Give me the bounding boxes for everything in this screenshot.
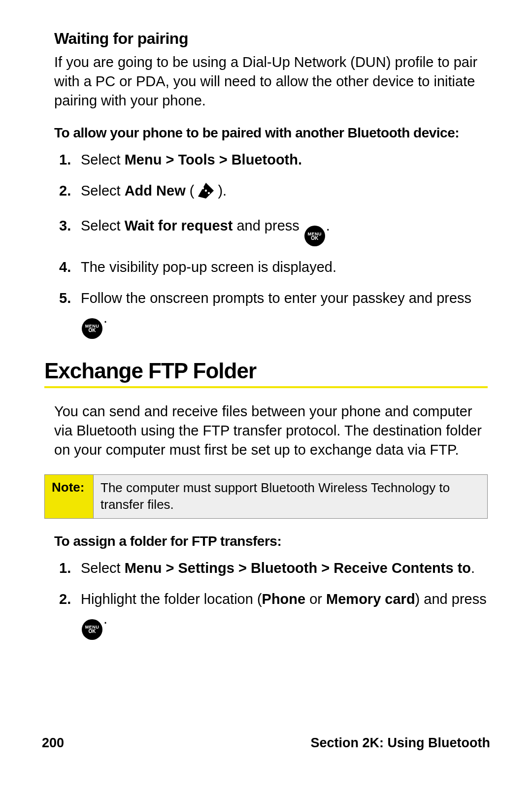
step-text: . bbox=[326, 218, 330, 233]
section-label: Section 2K: Using Bluetooth bbox=[311, 735, 491, 751]
step-text: or bbox=[305, 591, 326, 607]
step-text: Select bbox=[81, 183, 125, 199]
page-number: 200 bbox=[42, 735, 64, 751]
note-box: Note: The computer must support Bluetoot… bbox=[44, 474, 488, 519]
step-text: Select bbox=[81, 218, 125, 233]
step-bold: Menu > Tools > Bluetooth. bbox=[125, 152, 302, 167]
step-text: ) and press bbox=[415, 591, 487, 607]
procedure-steps-1: Select Menu > Tools > Bluetooth. Select … bbox=[54, 150, 488, 338]
add-new-icon bbox=[196, 182, 216, 205]
step-bold: Menu > Settings > Bluetooth > Receive Co… bbox=[125, 560, 471, 576]
section-rule bbox=[44, 386, 488, 388]
section-title: Exchange FTP Folder bbox=[44, 359, 488, 383]
step-item: Select Add New (). bbox=[54, 181, 488, 205]
step-item: Highlight the folder location (Phone or … bbox=[54, 589, 488, 640]
step-text: . bbox=[471, 560, 475, 576]
step-item: Select Wait for request and press MENUOK… bbox=[54, 216, 488, 247]
subsection-heading: Waiting for pairing bbox=[54, 30, 488, 48]
step-text: Select bbox=[81, 152, 125, 167]
svg-point-0 bbox=[202, 187, 204, 189]
step-text: Highlight the folder location ( bbox=[81, 591, 262, 607]
manual-page: Waiting for pairing If you are going to … bbox=[0, 0, 532, 798]
note-text: The computer must support Bluetooth Wire… bbox=[94, 475, 487, 518]
menu-ok-icon: MENUOK bbox=[304, 226, 325, 246]
procedure-steps-2: Select Menu > Settings > Bluetooth > Rec… bbox=[54, 558, 488, 640]
step-bold: Memory card bbox=[326, 591, 415, 607]
svg-point-1 bbox=[205, 190, 207, 192]
step-text: . bbox=[103, 611, 107, 627]
step-text: . bbox=[103, 310, 107, 326]
step-text: Select bbox=[81, 560, 125, 576]
svg-point-2 bbox=[208, 192, 210, 194]
menu-ok-icon: MENUOK bbox=[82, 318, 102, 339]
step-text: The visibility pop-up screen is displaye… bbox=[81, 259, 336, 275]
step-item: Select Menu > Tools > Bluetooth. bbox=[54, 150, 488, 170]
note-label: Note: bbox=[45, 475, 94, 518]
step-text: ). bbox=[218, 183, 227, 199]
procedure-heading-1: To allow your phone to be paired with an… bbox=[54, 125, 488, 141]
step-bold: Add New bbox=[125, 183, 186, 199]
step-text: Follow the onscreen prompts to enter you… bbox=[81, 290, 471, 306]
procedure-heading-2: To assign a folder for FTP transfers: bbox=[54, 533, 488, 549]
step-item: Follow the onscreen prompts to enter you… bbox=[54, 288, 488, 339]
step-bold: Phone bbox=[262, 591, 306, 607]
page-footer: 200 Section 2K: Using Bluetooth bbox=[42, 735, 490, 751]
step-item: Select Menu > Settings > Bluetooth > Rec… bbox=[54, 558, 488, 578]
intro-paragraph: If you are going to be using a Dial-Up N… bbox=[54, 53, 488, 110]
menu-ok-icon: MENUOK bbox=[82, 619, 102, 640]
step-bold: Wait for request bbox=[125, 218, 233, 233]
section-intro: You can send and receive files between y… bbox=[54, 402, 488, 460]
step-item: The visibility pop-up screen is displaye… bbox=[54, 257, 488, 277]
step-text: and press bbox=[233, 218, 303, 233]
step-text: ( bbox=[186, 183, 195, 199]
